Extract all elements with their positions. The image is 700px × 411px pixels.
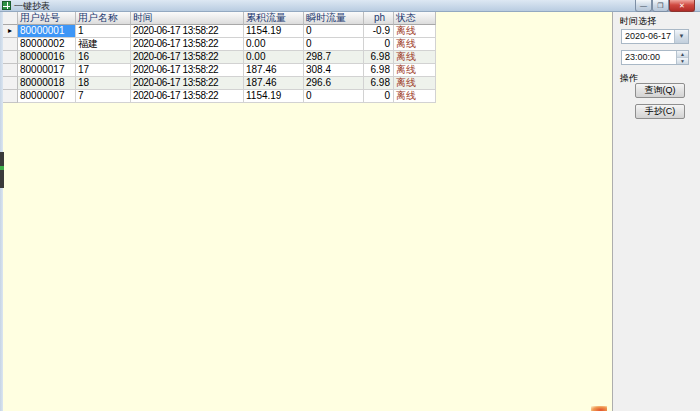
close-button[interactable]: ✕ — [669, 0, 695, 12]
cell-user-name[interactable]: 福建 — [76, 38, 131, 51]
spinner-down-icon[interactable]: ▼ — [677, 58, 688, 64]
cell-ph[interactable]: 6.98 — [364, 77, 394, 90]
date-picker-value: 2020-06-17 — [622, 30, 674, 43]
cell-inst-flow[interactable]: 0 — [304, 25, 364, 38]
row-header[interactable]: ▸ — [3, 25, 18, 38]
row-header[interactable] — [3, 64, 18, 77]
col-header-status[interactable]: 状态 — [394, 12, 436, 25]
grid-header-row: 用户站号 用户名称 时间 累积流量 瞬时流量 ph 状态 — [3, 12, 436, 25]
cell-total-flow[interactable]: 0.00 — [244, 38, 304, 51]
cell-total-flow[interactable]: 187.46 — [244, 77, 304, 90]
cell-total-flow[interactable]: 1154.19 — [244, 90, 304, 103]
table-row: 80000017 17 2020-06-17 13:58:22 187.46 3… — [3, 64, 436, 77]
cell-user-name[interactable]: 17 — [76, 64, 131, 77]
cell-ph[interactable]: 0 — [364, 38, 394, 51]
cell-total-flow[interactable]: 1154.19 — [244, 25, 304, 38]
main-client-area: 用户站号 用户名称 时间 累积流量 瞬时流量 ph 状态 ▸ 80000001 … — [3, 12, 612, 411]
row-header[interactable] — [3, 90, 18, 103]
cell-status[interactable]: 离线 — [394, 51, 436, 64]
time-spinner[interactable]: 23:00:00 ▲ ▼ — [621, 50, 689, 65]
date-picker[interactable]: 2020-06-17 ▼ — [621, 29, 689, 44]
cell-inst-flow[interactable]: 296.6 — [304, 77, 364, 90]
cell-time[interactable]: 2020-06-17 13:58:22 — [131, 51, 244, 64]
cell-total-flow[interactable]: 0.00 — [244, 51, 304, 64]
col-header-inst-flow[interactable]: 瞬时流量 — [304, 12, 364, 25]
cell-inst-flow[interactable]: 0 — [304, 38, 364, 51]
time-spinner-buttons: ▲ ▼ — [676, 51, 688, 64]
cell-ph[interactable]: 6.98 — [364, 64, 394, 77]
minimize-button[interactable]: — — [635, 0, 652, 12]
cell-status[interactable]: 离线 — [394, 64, 436, 77]
spinner-up-icon[interactable]: ▲ — [677, 51, 688, 58]
data-grid: 用户站号 用户名称 时间 累积流量 瞬时流量 ph 状态 ▸ 80000001 … — [3, 12, 436, 103]
col-header-ph[interactable]: ph — [364, 12, 394, 25]
table-row: 80000007 7 2020-06-17 13:58:22 1154.19 0… — [3, 90, 436, 103]
cell-time[interactable]: 2020-06-17 13:58:22 — [131, 38, 244, 51]
cell-ph[interactable]: 6.98 — [364, 51, 394, 64]
cell-user-id[interactable]: 80000007 — [18, 90, 76, 103]
cell-ph[interactable]: 0 — [364, 90, 394, 103]
manual-read-button[interactable]: 手抄(C) — [635, 104, 685, 119]
table-row: 80000018 18 2020-06-17 13:58:22 187.46 2… — [3, 77, 436, 90]
cell-time[interactable]: 2020-06-17 13:58:22 — [131, 77, 244, 90]
col-header-user-id[interactable]: 用户站号 — [18, 12, 76, 25]
time-select-label: 时间选择 — [620, 15, 656, 28]
row-header[interactable] — [3, 38, 18, 51]
grid-corner-cell[interactable] — [3, 12, 18, 25]
cell-user-id[interactable]: 80000002 — [18, 38, 76, 51]
col-header-total-flow[interactable]: 累积流量 — [244, 12, 304, 25]
app-icon — [2, 1, 11, 10]
cell-user-name[interactable]: 1 — [76, 25, 131, 38]
cell-user-name[interactable]: 16 — [76, 51, 131, 64]
cell-inst-flow[interactable]: 308.4 — [304, 64, 364, 77]
cell-ph[interactable]: -0.9 — [364, 25, 394, 38]
table-row: 80000002 福建 2020-06-17 13:58:22 0.00 0 0… — [3, 38, 436, 51]
cell-status[interactable]: 离线 — [394, 25, 436, 38]
cell-time[interactable]: 2020-06-17 13:58:22 — [131, 64, 244, 77]
cell-inst-flow[interactable]: 298.7 — [304, 51, 364, 64]
cell-time[interactable]: 2020-06-17 13:58:22 — [131, 90, 244, 103]
query-button[interactable]: 查询(Q) — [635, 83, 685, 98]
table-row: 80000016 16 2020-06-17 13:58:22 0.00 298… — [3, 51, 436, 64]
cell-user-id[interactable]: 80000016 — [18, 51, 76, 64]
row-header[interactable] — [3, 51, 18, 64]
col-header-time[interactable]: 时间 — [131, 12, 244, 25]
window-controls: — ❐ ✕ — [635, 0, 695, 12]
cell-user-id[interactable]: 80000018 — [18, 77, 76, 90]
current-row-marker-icon: ▸ — [8, 27, 12, 35]
chevron-down-icon[interactable]: ▼ — [674, 30, 688, 43]
cell-time[interactable]: 2020-06-17 13:58:22 — [131, 25, 244, 38]
cell-status[interactable]: 离线 — [394, 90, 436, 103]
window-title: 一键抄表 — [14, 0, 50, 12]
cell-total-flow[interactable]: 187.46 — [244, 64, 304, 77]
maximize-button[interactable]: ❐ — [652, 0, 669, 12]
row-header[interactable] — [3, 77, 18, 90]
cell-user-id[interactable]: 80000017 — [18, 64, 76, 77]
cursor-artifact — [591, 406, 607, 411]
time-spinner-value: 23:00:00 — [622, 51, 676, 64]
table-row: ▸ 80000001 1 2020-06-17 13:58:22 1154.19… — [3, 25, 436, 38]
background-window-sliver — [0, 152, 4, 188]
cell-inst-flow[interactable]: 0 — [304, 90, 364, 103]
col-header-user-name[interactable]: 用户名称 — [76, 12, 131, 25]
cell-user-name[interactable]: 18 — [76, 77, 131, 90]
side-panel: 时间选择 2020-06-17 ▼ 23:00:00 ▲ ▼ 操作 查询(Q) … — [612, 12, 700, 411]
title-bar: 一键抄表 — ❐ ✕ — [0, 0, 700, 12]
cell-user-id[interactable]: 80000001 — [18, 25, 76, 38]
cell-user-name[interactable]: 7 — [76, 90, 131, 103]
sliver-green-dot — [0, 166, 4, 170]
cell-status[interactable]: 离线 — [394, 38, 436, 51]
cell-status[interactable]: 离线 — [394, 77, 436, 90]
